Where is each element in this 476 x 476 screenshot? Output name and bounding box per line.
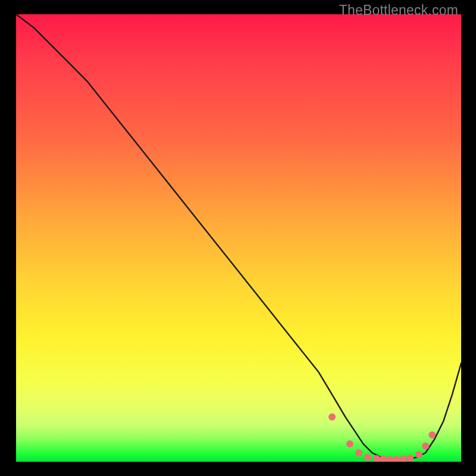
marker-point — [422, 443, 429, 450]
chart-stage: TheBottleneck.com — [0, 0, 476, 476]
marker-point — [393, 456, 400, 462]
marker-point — [364, 454, 371, 461]
optimal-band-markers — [328, 414, 436, 462]
marker-point — [355, 449, 362, 456]
marker-point — [406, 455, 414, 462]
marker-point — [415, 451, 422, 458]
marker-point — [346, 440, 353, 447]
bottleneck-curve-path — [16, 14, 461, 459]
marker-point — [428, 431, 436, 439]
watermark-text: TheBottleneck.com — [339, 2, 458, 18]
bottleneck-curve-svg — [16, 14, 461, 462]
marker-point — [386, 456, 393, 462]
marker-point — [328, 414, 336, 421]
marker-point — [400, 456, 407, 462]
plot-area — [16, 14, 461, 462]
